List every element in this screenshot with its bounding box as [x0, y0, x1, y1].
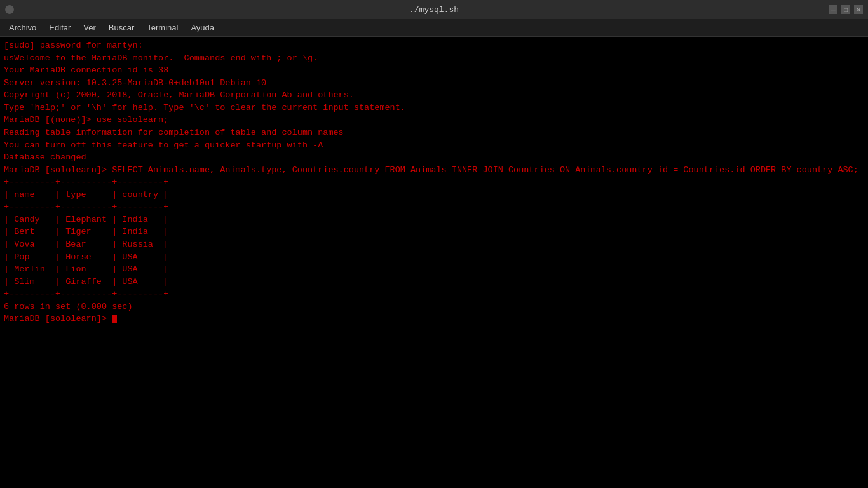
menu-terminal[interactable]: Terminal [140, 20, 184, 35]
terminal-line: +---------+----------+---------+ [4, 201, 864, 214]
close-icon-button[interactable]: ✕ [854, 5, 863, 14]
menu-ver[interactable]: Ver [77, 20, 102, 35]
terminal-line: +---------+----------+---------+ [4, 288, 864, 301]
minimize-button[interactable]: ─ [829, 5, 837, 14]
terminal-line: +---------+----------+---------+ [4, 176, 864, 189]
terminal-window: ./mysql.sh ─ □ ✕ Archivo Editar Ver Busc… [0, 0, 868, 488]
terminal-line: MariaDB [sololearn]> [4, 313, 864, 325]
terminal-line: | Bert | Tiger | India | [4, 226, 864, 238]
terminal-line: Database changed [4, 151, 864, 164]
terminal-line: MariaDB [sololearn]> SELECT Animals.name… [4, 164, 864, 177]
terminal-line: usWelcome to the MariaDB monitor. Comman… [4, 52, 864, 65]
terminal-line: | Vova | Bear | Russia | [4, 238, 864, 251]
menu-editar[interactable]: Editar [43, 20, 77, 35]
terminal-line: | Merlin | Lion | USA | [4, 263, 864, 276]
terminal-line: 6 rows in set (0.000 sec) [4, 301, 864, 313]
terminal-line: Server version: 10.3.25-MariaDB-0+deb10u… [4, 77, 864, 90]
window-title: ./mysql.sh [409, 5, 459, 15]
cursor [112, 315, 117, 323]
terminal-line: | Pop | Horse | USA | [4, 251, 864, 264]
maximize-button[interactable]: □ [841, 5, 850, 14]
terminal-line: You can turn off this feature to get a q… [4, 139, 864, 152]
terminal-line: Reading table information for completion… [4, 126, 864, 139]
terminal-line: Copyright (c) 2000, 2018, Oracle, MariaD… [4, 89, 864, 102]
title-bar-left [5, 5, 14, 14]
title-bar: ./mysql.sh ─ □ ✕ [0, 0, 868, 19]
terminal-line: | Slim | Giraffe | USA | [4, 276, 864, 288]
terminal-line: [sudo] password for martyn: [4, 39, 864, 52]
title-bar-right: ─ □ ✕ [829, 5, 863, 14]
menu-buscar[interactable]: Buscar [102, 20, 140, 35]
terminal-line: MariaDB [(none)]> use sololearn; [4, 114, 864, 126]
terminal-line: Your MariaDB connection id is 38 [4, 64, 864, 77]
terminal-line: Type 'help;' or '\h' for help. Type '\c'… [4, 102, 864, 114]
terminal-line: | Candy | Elephant | India | [4, 214, 864, 226]
menu-bar: Archivo Editar Ver Buscar Terminal Ayuda [0, 19, 868, 37]
menu-archivo[interactable]: Archivo [3, 20, 43, 35]
menu-ayuda[interactable]: Ayuda [184, 20, 220, 35]
terminal-output[interactable]: [sudo] password for martyn:usWelcome to … [0, 37, 868, 488]
terminal-line: | name | type | country | [4, 189, 864, 201]
close-button[interactable] [5, 5, 14, 14]
